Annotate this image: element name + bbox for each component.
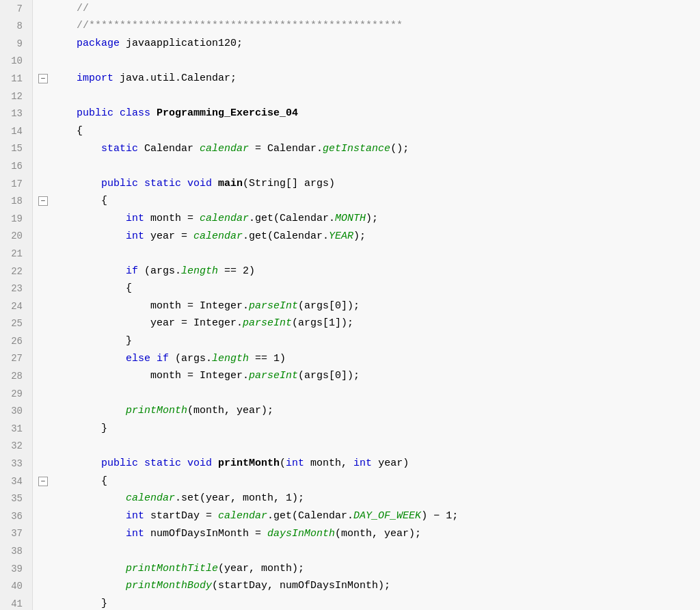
token-plain: month = Integer. [52,368,249,384]
line-number: 23 [5,280,27,298]
line-number: 37 [5,525,27,543]
code-editor: 7891011121314151617181920212223242526272… [0,0,700,610]
line-number: 32 [5,438,27,455]
token-italic-var: calendar [126,490,175,507]
token-kw: package [52,36,126,52]
token-kw: if [52,263,144,280]
line-number: 39 [5,560,27,578]
token-kw: public static void [52,176,218,192]
code-area[interactable]: // //***********************************… [33,0,700,610]
line-number: 20 [5,228,27,246]
code-line: printMonthBody(startDay, numOfDaysInMont… [38,578,700,596]
code-line: } [38,332,700,350]
code-line: month = Integer.parseInt(args[0]); [38,367,700,385]
token-plain: (startDay, numOfDaysInMonth); [212,578,390,594]
line-number: 8 [5,18,27,36]
code-line [38,542,700,560]
token-italic-var: calendar [200,211,249,227]
token-bold-name: printMonth [218,455,280,472]
token-plain [52,578,126,594]
line-number: 34 [5,473,27,490]
code-line: month = Integer.parseInt(args[0]); [38,297,700,315]
token-plain: ); [366,211,384,227]
token-plain: month, [304,455,353,472]
token-plain: (args[0]); [298,298,360,315]
token-plain: (args. [144,263,181,280]
fold-button[interactable]: − [38,196,48,206]
token-italic-var: length [181,263,218,280]
line-number: 24 [5,297,27,315]
code-line: } [38,595,700,610]
token-plain: { [52,473,107,490]
token-plain: .get(Calendar. [249,211,335,227]
token-plain: (String[] args) [243,176,335,192]
code-line [38,245,700,263]
token-comment: // [52,1,89,17]
code-line: package javaapplication120; [38,35,700,53]
empty-line [52,386,58,402]
token-italic-var: calendar [193,228,243,245]
line-number: 40 [5,578,27,596]
code-line: printMonth(month, year); [38,403,700,421]
code-line: //**************************************… [38,18,700,36]
token-plain: month = Integer. [52,298,249,315]
code-line: − { [38,473,700,490]
code-line [38,53,700,70]
token-italic-var: printMonthTitle [126,561,218,577]
token-plain: == 1) [249,351,286,367]
line-number: 16 [5,157,27,175]
code-line: calendar.set(year, month, 1); [38,490,700,508]
token-plain: = Calendar. [249,141,323,157]
line-number: 11 [5,70,27,88]
token-plain: ) − 1; [421,508,458,525]
token-bold-name: main [218,176,243,192]
line-number: 12 [5,88,27,105]
token-plain: { [52,193,107,209]
token-plain: == 2) [218,263,255,280]
code-line [38,157,700,175]
line-number: 31 [5,420,27,438]
line-number: 30 [5,403,27,421]
token-kw: static [52,141,144,157]
code-line [38,385,700,403]
token-plain: ( [280,455,286,472]
token-plain: java.util.Calendar; [120,70,237,87]
line-number: 36 [5,507,27,525]
token-italic-var: printMonthBody [126,578,212,594]
token-kw: int [52,228,150,245]
token-const: MONTH [335,211,366,227]
code-line: static Calendar calendar = Calendar.getI… [38,140,700,158]
token-plain: startDay = [150,508,218,525]
token-plain: numOfDaysInMonth = [150,526,267,542]
empty-line [52,246,58,262]
token-bold-name: Programming_Exercise_04 [157,105,298,122]
token-const: YEAR [329,228,353,245]
line-number: 26 [5,332,27,350]
token-plain: } [52,333,132,349]
code-line: // [38,0,700,18]
token-plain: } [52,421,107,437]
token-plain: Calendar [144,141,200,157]
token-plain: (month, year); [335,526,421,542]
line-number: 17 [5,175,27,193]
empty-line [52,438,58,455]
line-numbers: 7891011121314151617181920212223242526272… [0,0,33,610]
line-number: 7 [5,0,27,18]
fold-button[interactable]: − [38,74,48,83]
line-number: 38 [5,542,27,560]
empty-line [52,88,58,105]
token-const: DAY_OF_WEEK [353,508,421,525]
line-number: 29 [5,385,27,403]
code-line: year = Integer.parseInt(args[1]); [38,315,700,333]
token-plain: .get(Calendar. [267,508,353,525]
fold-button[interactable]: − [38,477,48,486]
token-italic-var: getInstance [323,141,390,157]
token-plain [52,561,126,577]
token-italic-var: printMonth [126,403,187,419]
token-kw: int [52,211,150,227]
token-italic-var: daysInMonth [267,526,335,542]
token-plain: .set(year, month, 1); [175,490,304,507]
code-line [38,88,700,105]
code-line: int startDay = calendar.get(Calendar.DAY… [38,507,700,525]
line-number: 21 [5,245,27,263]
